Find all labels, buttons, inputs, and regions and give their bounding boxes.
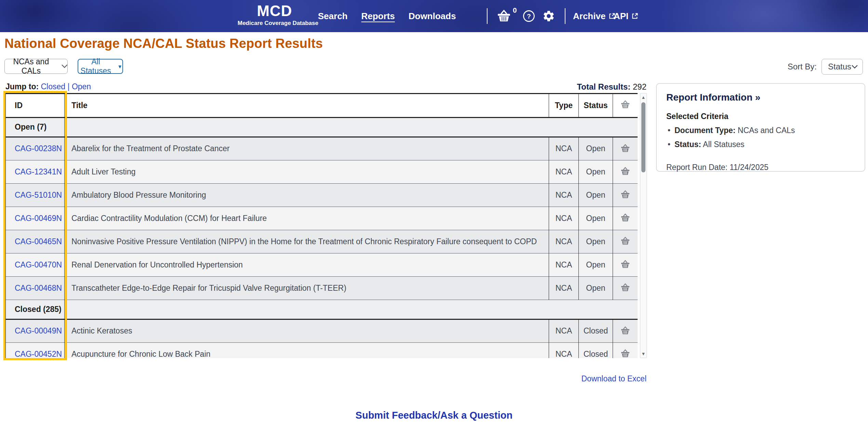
add-to-basket-button[interactable] (618, 236, 632, 246)
table-row: CAG-00470N Renal Denervation for Uncontr… (6, 253, 638, 276)
document-status: Closed (579, 319, 613, 342)
criteria-list: Document Type: NCAs and CALs Status: All… (666, 126, 855, 149)
add-to-basket-button[interactable] (618, 348, 632, 358)
mcd-logo-title: MCD (238, 3, 311, 19)
document-id-link[interactable]: CAG-00465N (15, 237, 62, 246)
archive-label: Archive (573, 11, 605, 22)
document-status: Open (579, 160, 613, 183)
document-title: Transcatheter Edge-to-Edge Repair for Tr… (65, 276, 549, 300)
sort-by-select[interactable]: Status (822, 59, 863, 75)
add-to-basket-button[interactable] (618, 143, 632, 153)
document-status: Closed (579, 342, 613, 358)
submit-feedback-link[interactable]: Submit Feedback/Ask a Question (0, 410, 868, 421)
criteria-item-status: Status: All Statuses (666, 140, 855, 149)
chevron-down-icon (62, 64, 67, 68)
primary-nav: Search Reports Downloads (318, 0, 456, 32)
group-header-row: Closed (285) (6, 300, 638, 319)
document-type: NCA (549, 319, 579, 342)
basket-icon (620, 100, 630, 109)
nav-link-archive[interactable]: Archive (573, 0, 616, 32)
table-row: CAG-00452N Acupuncture for Chronic Low B… (6, 342, 638, 358)
sort-by-label: Sort By: (788, 62, 817, 71)
document-type: NCA (549, 183, 579, 207)
scrollbar-up-arrow[interactable]: ▲ (640, 95, 646, 100)
document-id-link[interactable]: CAG-51010N (15, 191, 62, 199)
basket-icon (620, 190, 630, 199)
top-navbar: MCD Medicare Coverage Database Search Re… (0, 0, 868, 32)
report-information-heading[interactable]: Report Information » (666, 92, 855, 103)
group-header-row: Open (7) (6, 117, 638, 137)
status-filter-dropdown[interactable]: All Statuses ▼ (78, 59, 123, 74)
table-row: CAG-00465N Noninvasive Positive Pressure… (6, 230, 638, 253)
selected-criteria-heading: Selected Criteria (666, 112, 855, 121)
nav-link-api[interactable]: API (614, 0, 639, 32)
document-id-link[interactable]: CAG-00238N (15, 144, 62, 153)
group-label: Closed (285) (6, 300, 65, 319)
nav-link-downloads[interactable]: Downloads (409, 11, 456, 22)
gear-icon[interactable] (542, 10, 555, 23)
add-to-basket-button[interactable] (618, 325, 632, 336)
add-to-basket-button[interactable] (618, 189, 632, 199)
doc-type-filter-dropdown[interactable]: NCAs and CALs (4, 59, 68, 74)
document-title: Cardiac Contractility Modulation (CCM) f… (65, 207, 549, 230)
table-row: CAG-00049N Actinic Keratoses NCA Closed (6, 319, 638, 342)
document-type: NCA (549, 342, 579, 358)
table-row: CAG-00469N Cardiac Contractility Modulat… (6, 207, 638, 230)
column-header-title: Title (65, 94, 549, 117)
api-label: API (614, 11, 628, 22)
add-to-basket-button[interactable] (618, 282, 632, 292)
document-id-link[interactable]: CAG-00452N (15, 350, 62, 358)
scrollbar-down-arrow[interactable]: ▼ (640, 351, 646, 356)
add-to-basket-button[interactable] (618, 259, 632, 269)
scrollbar-thumb[interactable] (641, 102, 645, 172)
report-run-date: Report Run Date: 11/24/2025 (666, 163, 855, 172)
document-title: Renal Denervation for Uncontrolled Hyper… (65, 253, 549, 276)
document-title: Ambulatory Blood Pressure Monitoring (65, 183, 549, 207)
add-to-basket-button[interactable] (618, 212, 632, 223)
chevron-down-icon (852, 65, 858, 69)
download-to-excel-link[interactable]: Download to Excel (5, 374, 646, 383)
basket-icon (620, 213, 630, 222)
basket-icon (620, 167, 630, 175)
results-table: ID Title Type Status Open (7) CAG-00238N… (5, 94, 638, 358)
nav-link-reports[interactable]: Reports (361, 11, 395, 22)
table-scrollbar[interactable]: ▲ ▼ (640, 93, 647, 358)
table-row: CAG-12341N Adult Liver Testing NCA Open (6, 160, 638, 183)
document-status: Open (579, 253, 613, 276)
total-results-label: Total Results: (577, 82, 630, 91)
basket-icon (620, 260, 630, 269)
sort-by-value: Status (828, 62, 851, 71)
total-results: Total Results: 292 (5, 82, 646, 92)
document-type: NCA (549, 276, 579, 300)
document-type: NCA (549, 207, 579, 230)
document-id-link[interactable]: CAG-00469N (15, 214, 62, 223)
document-title: Noninvasive Positive Pressure Ventilatio… (65, 230, 549, 253)
report-information-panel: Report Information » Selected Criteria D… (656, 83, 865, 172)
document-id-link[interactable]: CAG-12341N (15, 167, 62, 176)
table-header-row: ID Title Type Status (6, 94, 638, 117)
group-label: Open (7) (6, 117, 65, 137)
sort-by-control: Sort By: Status (788, 59, 863, 75)
doc-type-filter-label: NCAs and CALs (5, 57, 57, 76)
column-header-status: Status (579, 94, 613, 117)
svg-text:?: ? (527, 13, 531, 20)
document-status: Open (579, 137, 613, 160)
nav-link-search[interactable]: Search (318, 11, 348, 22)
mcd-logo[interactable]: MCD Medicare Coverage Database (238, 3, 311, 27)
help-icon[interactable]: ? (522, 10, 535, 23)
criteria-value: NCAs and CALs (735, 126, 795, 135)
criteria-label: Document Type: (675, 126, 735, 135)
document-status: Open (579, 230, 613, 253)
document-id-link[interactable]: CAG-00468N (15, 284, 62, 292)
column-header-basket (613, 94, 638, 117)
document-id-link[interactable]: CAG-00470N (15, 260, 62, 269)
status-filter-label: All Statuses (78, 57, 113, 76)
add-to-basket-button[interactable] (618, 166, 632, 176)
document-title: Acupuncture for Chronic Low Back Pain (65, 342, 549, 358)
column-header-id: ID (6, 94, 65, 117)
document-id-link[interactable]: CAG-00049N (15, 326, 62, 335)
total-results-value: 292 (630, 82, 646, 91)
external-link-icon (631, 12, 639, 20)
basket-icon[interactable] (496, 9, 511, 23)
table-row: CAG-00468N Transcatheter Edge-to-Edge Re… (6, 276, 638, 300)
